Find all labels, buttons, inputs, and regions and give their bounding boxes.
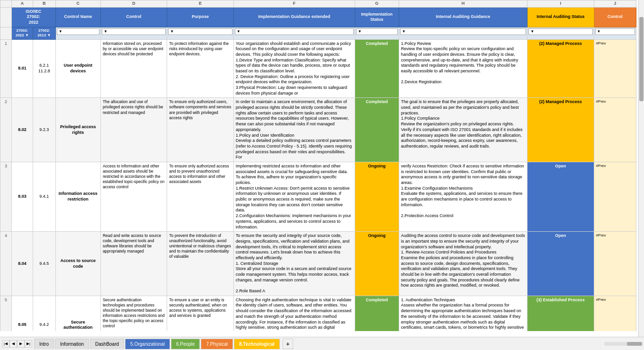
v-scrollbar-thumb[interactable] [639, 17, 644, 101]
subheader-2013: 27002: 2013 ▼ [33, 27, 56, 39]
cell-control-name-3: Information access restriction [55, 162, 100, 231]
subheader-ctrl-col: ▼ [594, 27, 636, 39]
tab-physical[interactable]: 7.Physical [201, 339, 233, 349]
tab-organizational[interactable]: 5.Organizational [125, 339, 170, 349]
sheet-tabs-bar: |◀ ◀ ▶ ▶| Intro Information DashBoard 5.… [0, 337, 644, 350]
table-row: 4 8.04 9.4.5 Access to source code Read … [0, 232, 636, 296]
corner-cell [0, 0, 12, 8]
subheader-impl-g: ▼ [233, 27, 355, 39]
header-impl-status: Implementation Status [355, 7, 399, 27]
header-purpose: Purpose [167, 7, 233, 27]
cell-audit-guidance-3: verify Access Restriction: Check if acce… [399, 162, 527, 231]
table-row: 1 8.01 6.2.1 11.2.8 User endpoint device… [0, 39, 636, 98]
cell-rownum-1: 1 [0, 39, 12, 98]
header-control: Control [100, 7, 167, 27]
cell-control-4: Read and write access to source code, de… [100, 232, 167, 296]
tab-nav-buttons: |◀ ◀ ▶ ▶| [2, 340, 32, 348]
cell-control-name-5: Secure authentication [55, 296, 100, 331]
main-table: A B C D E F G H I J ISO/IEC27002:2 [0, 0, 636, 331]
cell-rownum-2: 2 [0, 98, 12, 162]
cell-rownum-3: 3 [0, 162, 12, 231]
col-letter-f: F [233, 0, 355, 8]
subheader-cn: ▼ [55, 27, 100, 39]
col-letter-d: D [100, 0, 167, 8]
cell-impl-status-4: Ongoing [355, 232, 399, 296]
tab-dashboard[interactable]: DashBoard [90, 339, 124, 349]
filter-impl-guidance[interactable]: ▼ [235, 28, 354, 35]
vertical-scrollbar[interactable] [638, 0, 644, 337]
filter-audit-status[interactable]: ▼ [528, 28, 592, 35]
tab-technological[interactable]: 8.Technological [234, 339, 280, 349]
tab-nav-last[interactable]: ▶| [25, 340, 32, 348]
col-letter-row: A B C D E F G H I J [0, 0, 636, 8]
cell-rownum-5: 5 [0, 296, 12, 331]
cell-control-1: Information stored on, processed by or a… [100, 39, 167, 98]
cell-purpose-4: To prevent the introduction of unauthori… [167, 232, 233, 296]
header-row-main: ISO/IEC27002:2022 Control Name Control P… [0, 7, 636, 27]
cell-control-col-4: #Prev [594, 232, 636, 296]
filter-impl-status[interactable]: ▼ [356, 28, 398, 35]
cell-iso2022-5: 8.05 [11, 296, 33, 331]
cell-impl-status-2: Completed [355, 98, 399, 162]
cell-control-name-1: User endpoint devices [55, 39, 100, 98]
filter-audit-guidance[interactable]: ▼ [400, 28, 526, 35]
header-impl-guidance: Implementation Guidance extended [233, 7, 355, 27]
cell-iso2013-4: 9.4.5 [33, 232, 56, 296]
bottom-scrollbar-mini-thumb[interactable] [627, 342, 642, 346]
main-content: A B C D E F G H I J ISO/IEC27002:2 [0, 0, 644, 350]
filter-control-name[interactable]: ▼ [57, 28, 99, 35]
bottom-scrollbar-mini[interactable] [604, 342, 642, 346]
subheader-ctrl: ▼ [100, 27, 167, 39]
cell-iso2013-1: 6.2.1 11.2.8 [33, 39, 56, 98]
header-iso: ISO/IEC27002:2022 [11, 7, 55, 27]
tab-nav-first[interactable]: |◀ [2, 340, 9, 348]
cell-impl-guidance-3: Implementing restricted access to inform… [233, 162, 355, 231]
cell-iso2022-4: 8.04 [11, 232, 33, 296]
tab-intro[interactable]: Intro [34, 339, 54, 349]
table-scroll[interactable]: A B C D E F G H I J ISO/IEC27002:2 [0, 0, 644, 331]
table-row: 2 8.02 9.2.3 Privileged access rights Th… [0, 98, 636, 162]
cell-audit-status-1: (2) Managed Process [528, 39, 594, 98]
tab-information[interactable]: Information [55, 339, 89, 349]
cell-impl-status-5: Completed [355, 296, 399, 331]
tab-nav-prev[interactable]: ◀ [9, 340, 17, 348]
cell-audit-status-2: (2) Managed Process [528, 98, 594, 162]
cell-iso2013-3: 9.4.1 [33, 162, 56, 231]
filter-purpose[interactable]: ▼ [168, 28, 232, 35]
cell-audit-status-3: Open [528, 162, 594, 231]
col-letter-b: B [33, 0, 56, 8]
cell-audit-status-5: (3) Established Process [528, 296, 594, 331]
cell-iso2013-2: 9.2.3 [33, 98, 56, 162]
cell-impl-status-1: Completed [355, 39, 399, 98]
subheader-2022: 27002: 2022 ▼ [11, 27, 33, 39]
bottom-right-controls [604, 342, 642, 346]
tab-nav-next[interactable]: ▶ [17, 340, 25, 348]
filter-control-col[interactable]: ▼ [595, 28, 635, 35]
header-control-col: Control [594, 7, 636, 27]
subheader-audit-g: ▼ [399, 27, 527, 39]
cell-purpose-2: To ensure only authorized users, softwar… [167, 98, 233, 162]
header-rownum [0, 7, 12, 27]
cell-audit-status-4: Open [528, 232, 594, 296]
cell-purpose-3: To ensure only authorized access and to … [167, 162, 233, 231]
subheader-audit-s: ▼ [528, 27, 594, 39]
cell-audit-guidance-5: 1. Authentication TechniquesAssess wheth… [399, 296, 527, 331]
cell-impl-guidance-2: In order to maintain a secure environmen… [233, 98, 355, 162]
subheader-rownum [0, 27, 12, 39]
col-letter-i: I [528, 0, 594, 8]
tab-people[interactable]: 6.People [171, 339, 200, 349]
cell-purpose-1: To protect information against the risks… [167, 39, 233, 98]
add-sheet-button[interactable]: + [283, 339, 293, 349]
cell-control-3: Access to information and other associat… [100, 162, 167, 231]
filter-control[interactable]: ▼ [102, 28, 166, 35]
cell-audit-guidance-2: The goal is to ensure that the privilege… [399, 98, 527, 162]
cell-control-col-1: #Prev [594, 39, 636, 98]
cell-iso2022-1: 8.01 [11, 39, 33, 98]
col-letter-e: E [167, 0, 233, 8]
table-row: 5 8.05 9.4.2 Secure authentication Secur… [0, 296, 636, 331]
cell-audit-guidance-4: Auditing the access control to source co… [399, 232, 527, 296]
header-audit-status: Internal Auditing Status [528, 7, 594, 27]
subheader-impl-s: ▼ [355, 27, 399, 39]
subheader-row: 27002: 2022 ▼ 27002: 2013 ▼ ▼ ▼ ▼ ▼ [0, 27, 636, 39]
table-row: 3 8.03 9.4.1 Information access restrict… [0, 162, 636, 231]
